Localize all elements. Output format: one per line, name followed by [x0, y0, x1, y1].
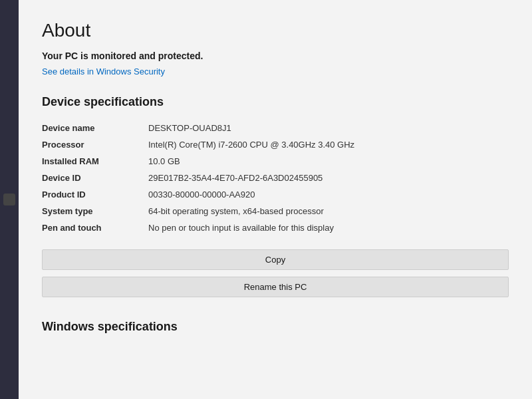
security-status-text: Your PC is monitored and protected.: [42, 51, 509, 61]
strip-icon: [3, 194, 15, 205]
page-title: About: [42, 20, 509, 41]
spec-label: Processor: [42, 136, 148, 153]
spec-value: Intel(R) Core(TM) i7-2600 CPU @ 3.40GHz …: [148, 136, 509, 153]
spec-label: Device name: [42, 120, 148, 136]
spec-label: Pen and touch: [42, 219, 148, 236]
spec-value: DESKTOP-OUAD8J1: [148, 120, 509, 136]
table-row: Device nameDESKTOP-OUAD8J1: [42, 120, 509, 136]
spec-value: 00330-80000-00000-AA920: [148, 186, 509, 203]
button-row: Copy Rename this PC: [42, 249, 509, 304]
spec-label: Installed RAM: [42, 153, 148, 170]
left-strip: [0, 0, 19, 399]
device-specs-title: Device specifications: [42, 95, 509, 109]
copy-button[interactable]: Copy: [42, 249, 509, 270]
table-row: Pen and touchNo pen or touch input is av…: [42, 219, 509, 236]
security-link[interactable]: See details in Windows Security: [42, 66, 165, 76]
table-row: System type64-bit operating system, x64-…: [42, 203, 509, 219]
spec-label: Device ID: [42, 170, 148, 186]
spec-label: Product ID: [42, 186, 148, 203]
table-row: Device ID29E017B2-35A4-4E70-AFD2-6A3D024…: [42, 170, 509, 186]
spec-label: System type: [42, 203, 148, 219]
specs-table: Device nameDESKTOP-OUAD8J1ProcessorIntel…: [42, 120, 509, 236]
spec-value: 29E017B2-35A4-4E70-AFD2-6A3D02455905: [148, 170, 509, 186]
table-row: Product ID00330-80000-00000-AA920: [42, 186, 509, 203]
table-row: ProcessorIntel(R) Core(TM) i7-2600 CPU @…: [42, 136, 509, 153]
table-row: Installed RAM10.0 GB: [42, 153, 509, 170]
spec-value: 64-bit operating system, x64-based proce…: [148, 203, 509, 219]
spec-value: 10.0 GB: [148, 153, 509, 170]
spec-value: No pen or touch input is available for t…: [148, 219, 509, 236]
rename-pc-button[interactable]: Rename this PC: [42, 277, 509, 297]
main-content: About Your PC is monitored and protected…: [19, 0, 532, 399]
windows-spec-title: Windows specifications: [42, 320, 509, 334]
